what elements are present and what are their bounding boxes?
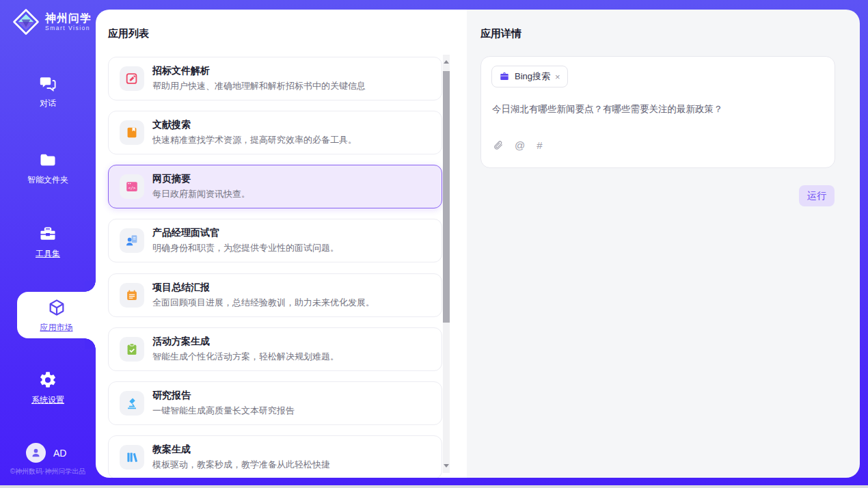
gear-icon	[38, 370, 57, 390]
app-card-description: 智能生成个性化活动方案，轻松解决规划难题。	[152, 351, 339, 363]
sidebar-item-settings[interactable]: 系统设置	[0, 365, 96, 406]
edit-doc-icon	[120, 66, 144, 91]
sidebar-item-label: 工具集	[36, 248, 60, 260]
tool-tag-label: Bing搜索	[515, 70, 550, 83]
app-card-title: 网页摘要	[152, 173, 250, 185]
folder-icon	[38, 150, 57, 170]
sidebar-item-label: 智能文件夹	[27, 174, 68, 186]
run-button[interactable]: 运行	[799, 185, 835, 206]
chat-icon	[38, 74, 57, 93]
query-input-card: Bing搜索 × 今日湖北有哪些新闻要点？有哪些需要关注的最新政策？ @#	[480, 56, 835, 168]
scrollbar-thumb[interactable]	[443, 71, 450, 323]
app-card-title: 招标文件解析	[152, 65, 366, 77]
attachment-toolbar: @#	[493, 139, 543, 151]
microscope-icon	[120, 391, 144, 416]
app-card-1[interactable]: 招标文件解析帮助用户快速、准确地理解和解析招标书中的关键信息	[108, 57, 442, 100]
summary-icon	[120, 283, 144, 308]
app-card-list: 招标文件解析帮助用户快速、准确地理解和解析招标书中的关键信息文献搜索快速精准查找…	[96, 10, 467, 478]
sidebar-item-toolset[interactable]: 工具集	[0, 219, 96, 260]
sidebar-item-label: 对话	[40, 98, 56, 109]
app-card-2[interactable]: 文献搜索快速精准查找学术资源，提高研究效率的必备工具。	[108, 111, 442, 154]
logo-subtitle: Smart Vision	[45, 25, 92, 31]
paperclip-icon[interactable]	[493, 140, 503, 150]
app-card-description: 帮助用户快速、准确地理解和解析招标书中的关键信息	[152, 80, 366, 92]
app-card-title: 教案生成	[152, 444, 330, 456]
app-card-6[interactable]: 活动方案生成智能生成个性化活动方案，轻松解决规划难题。	[108, 327, 442, 371]
sidebar-item-smart-folders[interactable]: 智能文件夹	[0, 145, 96, 186]
svg-text:</>: </>	[128, 185, 136, 190]
books-icon	[120, 445, 144, 470]
webpage-icon: </>	[120, 174, 144, 199]
app-card-3[interactable]: </>网页摘要每日政府新闻资讯快查。	[108, 165, 442, 208]
tag-close-icon[interactable]: ×	[555, 72, 560, 81]
app-card-title: 活动方案生成	[152, 336, 339, 348]
sidebar: 神州问学 Smart Vision 对话智能文件夹工具集应用市场系统设置 AD …	[0, 0, 96, 485]
user-initials: AD	[53, 448, 66, 459]
logo-gem-icon	[12, 8, 40, 36]
app-window: 神州问学 Smart Vision 对话智能文件夹工具集应用市场系统设置 AD …	[0, 0, 868, 488]
hash-icon[interactable]: #	[537, 139, 542, 151]
app-card-5[interactable]: 项目总结汇报全面回顾项目进展，总结经验教训，助力未来优化发展。	[108, 273, 442, 317]
tool-tag-bing-search[interactable]: Bing搜索 ×	[491, 66, 568, 87]
sidebar-item-label: 系统设置	[31, 394, 64, 406]
sidebar-item-app-market[interactable]: 应用市场	[17, 292, 96, 338]
avatar	[26, 443, 46, 463]
app-card-8[interactable]: 教案生成模板驱动，教案秒成，教学准备从此轻松快捷	[108, 435, 442, 478]
sidebar-item-label: 应用市场	[40, 322, 73, 334]
app-card-title: 研究报告	[152, 390, 295, 402]
app-card-4[interactable]: 产品经理面试官明确身份和职责，为您提供专业性的面试问题。	[108, 219, 442, 262]
scroll-up-icon[interactable]	[444, 60, 449, 64]
at-icon[interactable]: @	[515, 139, 525, 151]
app-card-title: 文献搜索	[152, 119, 357, 131]
person-icon	[30, 447, 42, 459]
app-list-panel: 应用列表 招标文件解析帮助用户快速、准确地理解和解析招标书中的关键信息文献搜索快…	[96, 10, 467, 478]
clipboard-check-icon	[120, 337, 144, 362]
book-icon	[120, 120, 144, 145]
app-card-description: 一键智能生成高质量长文本研究报告	[152, 405, 295, 417]
app-card-description: 每日政府新闻资讯快查。	[152, 188, 250, 200]
scrollbar[interactable]	[443, 55, 450, 473]
cube-icon	[47, 298, 66, 317]
toolbox-icon	[38, 224, 57, 243]
app-card-7[interactable]: 研究报告一键智能生成高质量长文本研究报告	[108, 381, 442, 425]
app-logo: 神州问学 Smart Vision	[12, 8, 92, 36]
app-card-title: 项目总结汇报	[152, 282, 375, 294]
window-bottom-edge	[0, 485, 868, 488]
app-card-title: 产品经理面试官	[152, 227, 339, 239]
user-account[interactable]: AD	[26, 443, 66, 463]
app-detail-panel: 应用详情 Bing搜索 × 今日湖北有哪些新闻要点？有哪些需要关注的最新政策？ …	[467, 10, 860, 478]
briefcase-icon	[499, 71, 510, 82]
logo-title: 神州问学	[45, 12, 92, 25]
sidebar-item-chat[interactable]: 对话	[0, 68, 96, 109]
scroll-down-icon[interactable]	[444, 464, 449, 467]
app-card-description: 模板驱动，教案秒成，教学准备从此轻松快捷	[152, 459, 330, 471]
query-text[interactable]: 今日湖北有哪些新闻要点？有哪些需要关注的最新政策？	[492, 103, 824, 116]
app-card-description: 快速精准查找学术资源，提高研究效率的必备工具。	[152, 134, 357, 146]
app-detail-title: 应用详情	[480, 27, 521, 40]
app-card-description: 明确身份和职责，为您提供专业性的面试问题。	[152, 242, 339, 254]
interviewer-icon	[120, 228, 144, 253]
app-card-description: 全面回顾项目进展，总结经验教训，助力未来优化发展。	[152, 297, 375, 309]
copyright-text: ©神州数码·神州问学出品	[0, 467, 96, 476]
